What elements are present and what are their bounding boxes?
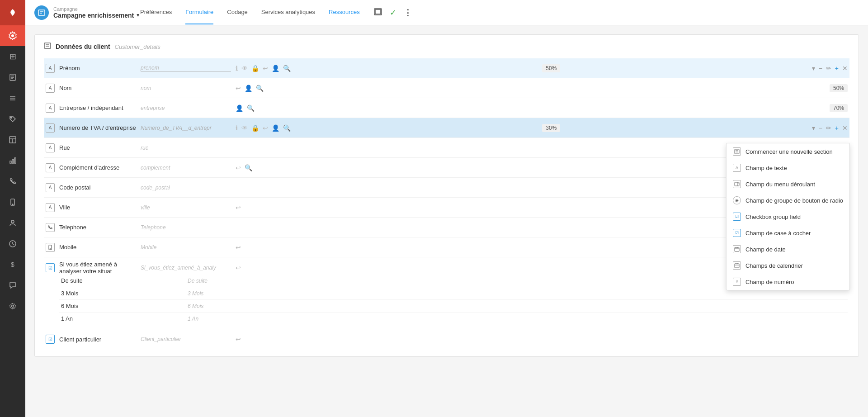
- date-field-icon: [733, 245, 741, 253]
- sidebar-item-clock[interactable]: [0, 233, 25, 254]
- eye-icon[interactable]: 👁: [241, 124, 248, 132]
- field-icons-ville: ↩: [236, 204, 241, 211]
- more-options-icon[interactable]: ⋮: [404, 8, 412, 18]
- sidebar-item-person[interactable]: [0, 213, 25, 233]
- section-header-icon: [44, 42, 51, 51]
- field-placeholder-rue: rue: [141, 145, 231, 151]
- info-icon[interactable]: ℹ: [236, 65, 238, 72]
- sidebar-item-table[interactable]: [0, 129, 25, 150]
- tab-formulaire[interactable]: Formulaire: [185, 0, 213, 24]
- chevron-down-icon[interactable]: ▾: [812, 65, 815, 72]
- dropdown-item-checkbox-field[interactable]: ☑ Champ de case à cocher: [726, 225, 849, 241]
- field-label-codepostal: Code postal: [59, 184, 141, 191]
- sidebar-item-tag[interactable]: [0, 109, 25, 129]
- svg-rect-38: [735, 247, 739, 251]
- chevron-down-icon[interactable]: ▾: [812, 124, 815, 132]
- edit-icon[interactable]: ✏: [826, 65, 831, 72]
- field-percent-nom: 50%: [830, 84, 848, 92]
- svg-point-32: [50, 248, 51, 249]
- dropdown-item-dropdown-field[interactable]: Champ du menu déroulant: [726, 176, 849, 192]
- sidebar-item-list[interactable]: [0, 88, 25, 109]
- field-icons-entreprise: 👤 🔍: [236, 104, 255, 112]
- svg-rect-15: [14, 158, 16, 163]
- new-section-icon: [733, 147, 741, 156]
- field-icons-complement: ↩ 🔍: [236, 164, 252, 171]
- field-label-client-particulier: Client particulier: [59, 336, 141, 343]
- number-field-icon: #: [733, 278, 741, 286]
- sidebar-item-grid[interactable]: ⊞: [0, 46, 25, 67]
- field-placeholder-mobile: Mobile: [141, 244, 231, 251]
- search-icon[interactable]: 🔍: [247, 104, 255, 112]
- sub-item-label-2: 6 Mois: [61, 303, 142, 309]
- svg-point-22: [12, 305, 14, 308]
- edit-icon[interactable]: ✏: [826, 124, 831, 132]
- sidebar-item-chart[interactable]: [0, 150, 25, 171]
- tab-preferences[interactable]: Préférences: [140, 0, 172, 24]
- search-icon[interactable]: 🔍: [256, 85, 264, 92]
- sub-item-2: 6 Mois 6 Mois: [59, 300, 848, 313]
- field-percent-prenom: 50%: [542, 64, 560, 72]
- dropdown-item-number-field[interactable]: # Champ de numéro: [726, 274, 849, 290]
- field-label-mobile: Mobile: [59, 244, 141, 251]
- sidebar-item-phone2[interactable]: [0, 192, 25, 213]
- sidebar-item-chat[interactable]: [0, 275, 25, 296]
- field-label-prenom: Prénom: [59, 65, 141, 71]
- arrow-icon[interactable]: ↩: [263, 65, 268, 72]
- dropdown-arrow-icon[interactable]: ▼: [136, 13, 140, 18]
- sidebar-item-phone[interactable]: [0, 171, 25, 192]
- eye-icon[interactable]: 👁: [241, 65, 248, 72]
- field-placeholder-client-particulier: Client_particulier: [141, 336, 231, 342]
- svg-point-18: [11, 220, 14, 223]
- person-icon[interactable]: 👤: [236, 104, 243, 112]
- svg-rect-14: [12, 159, 14, 163]
- close-icon[interactable]: ✕: [842, 124, 848, 132]
- field-placeholder-tva: Numero_de_TVA__d_entrepr: [141, 125, 231, 131]
- lock-icon[interactable]: 🔒: [251, 65, 259, 72]
- field-placeholder-codepostal: code_postal: [141, 185, 231, 191]
- tab-ressources[interactable]: Ressources: [329, 0, 360, 24]
- search-icon[interactable]: 🔍: [283, 65, 291, 72]
- search-icon[interactable]: 🔍: [245, 164, 252, 171]
- campaign-info: Campagne Campagne enrichissement ▼: [53, 6, 140, 19]
- close-icon[interactable]: ✕: [842, 65, 848, 72]
- minus-icon[interactable]: −: [819, 65, 822, 72]
- dropdown-item-checkbox-group[interactable]: ☑ Checkbox group field: [726, 208, 849, 225]
- person-icon[interactable]: 👤: [272, 124, 279, 132]
- dropdown-item-radio-field[interactable]: ◉ Champ de groupe de bouton de radio: [726, 192, 849, 208]
- tab-codage[interactable]: Codage: [227, 0, 248, 24]
- plus-icon[interactable]: +: [835, 65, 839, 72]
- arrow-icon[interactable]: ↩: [236, 264, 241, 271]
- arrow-icon[interactable]: ↩: [236, 85, 241, 92]
- arrow-icon[interactable]: ↩: [263, 124, 268, 132]
- sidebar-item-document[interactable]: [0, 67, 25, 88]
- field-row-client-particulier: ☑ Client particulier Client_particulier …: [44, 329, 849, 349]
- search-icon[interactable]: 🔍: [283, 124, 291, 132]
- dropdown-item-date-field[interactable]: Champ de date: [726, 241, 849, 257]
- sidebar-item-settings[interactable]: [0, 296, 25, 317]
- tab-services[interactable]: Services analytiques: [261, 0, 315, 24]
- dropdown-item-text-field[interactable]: A Champ de texte: [726, 160, 849, 176]
- arrow-icon[interactable]: ↩: [236, 244, 241, 251]
- text-field-icon: A: [733, 164, 741, 172]
- nav-tabs: Préférences Formulaire Codage Services a…: [140, 0, 360, 24]
- sidebar-logo[interactable]: [0, 0, 25, 25]
- preview-icon[interactable]: [373, 7, 382, 18]
- calendar-field-icon: [733, 261, 741, 270]
- svg-rect-13: [10, 161, 11, 163]
- plus-icon[interactable]: +: [835, 124, 839, 132]
- save-icon[interactable]: ✓: [390, 8, 396, 18]
- dropdown-item-new-section[interactable]: Commencer une nouvelle section: [726, 143, 849, 160]
- dropdown-item-calendar-field[interactable]: Champs de calendrier: [726, 257, 849, 274]
- sidebar-item-dollar[interactable]: $: [0, 254, 25, 275]
- sidebar-item-gear[interactable]: [0, 25, 25, 46]
- person-icon[interactable]: 👤: [245, 85, 252, 92]
- arrow-icon[interactable]: ↩: [236, 164, 241, 171]
- arrow-icon[interactable]: ↩: [236, 204, 241, 211]
- info-icon[interactable]: ℹ: [236, 124, 238, 132]
- header: Campagne Campagne enrichissement ▼ Préfé…: [25, 0, 868, 25]
- arrow-icon[interactable]: ↩: [236, 336, 241, 343]
- person-icon[interactable]: 👤: [272, 65, 279, 72]
- minus-icon[interactable]: −: [819, 124, 822, 132]
- lock-icon[interactable]: 🔒: [251, 124, 259, 132]
- field-type-icon-rue: A: [46, 143, 55, 152]
